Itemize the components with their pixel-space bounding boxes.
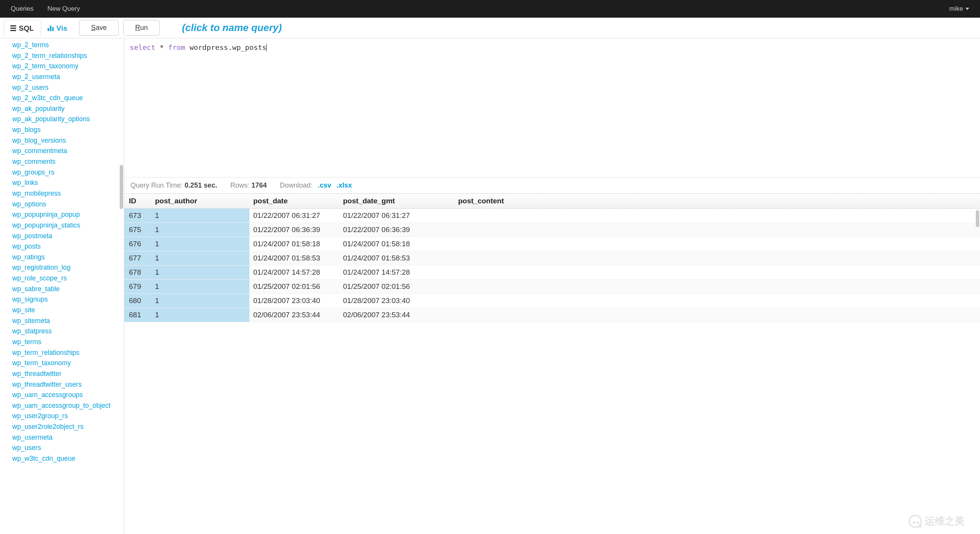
table-link[interactable]: wp_popupninja_popup: [12, 209, 124, 220]
table-link[interactable]: wp_users: [12, 443, 124, 453]
cell-date[interactable]: 01/25/2007 02:01:56: [249, 280, 339, 294]
cell-id[interactable]: 680: [124, 294, 151, 308]
table-link[interactable]: wp_term_relationships: [12, 348, 124, 358]
table-row[interactable]: 679101/25/2007 02:01:5601/25/2007 02:01:…: [124, 280, 980, 294]
table-link[interactable]: wp_ak_popularity: [12, 104, 124, 114]
user-menu[interactable]: mike: [949, 5, 969, 13]
sql-editor[interactable]: select * from wordpress.wp_posts: [124, 38, 980, 177]
cell-content[interactable]: [454, 280, 980, 294]
table-link[interactable]: wp_signups: [12, 294, 124, 305]
download-csv-link[interactable]: .csv: [318, 181, 331, 190]
cell-content[interactable]: [454, 294, 980, 308]
table-link[interactable]: wp_posts: [12, 241, 124, 252]
cell-date[interactable]: 01/28/2007 23:03:40: [249, 294, 339, 308]
table-link[interactable]: wp_2_usermeta: [12, 72, 124, 82]
table-link[interactable]: wp_2_term_relationships: [12, 51, 124, 61]
download-xlsx-link[interactable]: .xlsx: [337, 181, 352, 190]
cell-date-gmt[interactable]: 01/22/2007 06:36:39: [339, 223, 454, 237]
table-row[interactable]: 675101/22/2007 06:36:3901/22/2007 06:36:…: [124, 223, 980, 237]
cell-date-gmt[interactable]: 01/22/2007 06:31:27: [339, 209, 454, 223]
cell-date-gmt[interactable]: 01/28/2007 23:03:40: [339, 294, 454, 308]
cell-content[interactable]: [454, 251, 980, 265]
col-id[interactable]: ID: [124, 194, 151, 209]
table-link[interactable]: wp_groups_rs: [12, 167, 124, 178]
table-link[interactable]: wp_postmeta: [12, 231, 124, 242]
table-link[interactable]: wp_2_terms: [12, 40, 124, 51]
table-row[interactable]: 676101/24/2007 01:58:1801/24/2007 01:58:…: [124, 237, 980, 251]
table-link[interactable]: wp_ratings: [12, 252, 124, 263]
table-link[interactable]: wp_role_scope_rs: [12, 273, 124, 284]
cell-content[interactable]: [454, 308, 980, 322]
nav-link-new-query[interactable]: New Query: [48, 5, 80, 13]
cell-id[interactable]: 681: [124, 308, 151, 322]
cell-author[interactable]: 1: [151, 265, 249, 280]
table-link[interactable]: wp_registration_log: [12, 262, 124, 273]
cell-content[interactable]: [454, 209, 980, 223]
cell-author[interactable]: 1: [151, 308, 249, 322]
cell-id[interactable]: 673: [124, 209, 151, 223]
tab-vis[interactable]: Vis: [41, 20, 74, 37]
table-link[interactable]: wp_threadtwitter_users: [12, 379, 124, 390]
table-link[interactable]: wp_usermeta: [12, 432, 124, 443]
run-button[interactable]: Run: [123, 20, 160, 36]
table-link[interactable]: wp_blog_versions: [12, 135, 124, 146]
table-link[interactable]: wp_site: [12, 305, 124, 316]
nav-link-queries[interactable]: Queries: [11, 5, 34, 13]
table-link[interactable]: wp_links: [12, 178, 124, 188]
table-link[interactable]: wp_sitemeta: [12, 316, 124, 326]
table-link[interactable]: wp_threadtwitter: [12, 369, 124, 379]
cell-author[interactable]: 1: [151, 280, 249, 294]
table-link[interactable]: wp_comments: [12, 157, 124, 167]
cell-date-gmt[interactable]: 01/24/2007 14:57:28: [339, 265, 454, 280]
table-row[interactable]: 681102/06/2007 23:53:4402/06/2007 23:53:…: [124, 308, 980, 322]
col-post-date-gmt[interactable]: post_date_gmt: [339, 194, 454, 209]
cell-date[interactable]: 01/24/2007 14:57:28: [249, 265, 339, 280]
cell-content[interactable]: [454, 265, 980, 280]
table-link[interactable]: wp_user2group_rs: [12, 411, 124, 422]
cell-date-gmt[interactable]: 01/24/2007 01:58:18: [339, 237, 454, 251]
table-link[interactable]: wp_2_users: [12, 82, 124, 93]
table-link[interactable]: wp_mobilepress: [12, 188, 124, 199]
tables-sidebar[interactable]: wp_2_termswp_2_term_relationshipswp_2_te…: [0, 38, 124, 534]
table-link[interactable]: wp_statpress: [12, 326, 124, 337]
table-link[interactable]: wp_w3tc_cdn_queue: [12, 453, 124, 464]
table-row[interactable]: 678101/24/2007 14:57:2801/24/2007 14:57:…: [124, 265, 980, 280]
cell-author[interactable]: 1: [151, 294, 249, 308]
cell-author[interactable]: 1: [151, 251, 249, 265]
table-link[interactable]: wp_ak_popularity_options: [12, 114, 124, 125]
cell-id[interactable]: 678: [124, 265, 151, 280]
cell-date[interactable]: 02/06/2007 23:53:44: [249, 308, 339, 322]
results-panel[interactable]: ID post_author post_date post_date_gmt p…: [124, 193, 980, 534]
table-row[interactable]: 680101/28/2007 23:03:4001/28/2007 23:03:…: [124, 294, 980, 308]
table-link[interactable]: wp_blogs: [12, 125, 124, 135]
table-link[interactable]: wp_uam_accessgroups: [12, 390, 124, 400]
cell-date-gmt[interactable]: 01/24/2007 01:58:53: [339, 251, 454, 265]
table-link[interactable]: wp_popupninja_statics: [12, 220, 124, 231]
table-link[interactable]: wp_sabre_table: [12, 284, 124, 295]
table-link[interactable]: wp_term_taxonomy: [12, 358, 124, 369]
cell-date[interactable]: 01/22/2007 06:31:27: [249, 209, 339, 223]
save-button[interactable]: Save: [79, 20, 119, 36]
cell-date[interactable]: 01/24/2007 01:58:18: [249, 237, 339, 251]
sidebar-scrollbar-thumb[interactable]: [120, 165, 123, 209]
cell-id[interactable]: 677: [124, 251, 151, 265]
table-link[interactable]: wp_commentmeta: [12, 146, 124, 157]
cell-id[interactable]: 676: [124, 237, 151, 251]
table-link[interactable]: wp_options: [12, 199, 124, 210]
col-post-content[interactable]: post_content: [454, 194, 980, 209]
cell-author[interactable]: 1: [151, 209, 249, 223]
cell-content[interactable]: [454, 237, 980, 251]
cell-author[interactable]: 1: [151, 237, 249, 251]
table-link[interactable]: wp_terms: [12, 337, 124, 348]
cell-date[interactable]: 01/24/2007 01:58:53: [249, 251, 339, 265]
table-link[interactable]: wp_2_term_taxonomy: [12, 61, 124, 72]
col-post-author[interactable]: post_author: [151, 194, 249, 209]
table-link[interactable]: wp_uam_accessgroup_to_object: [12, 400, 124, 411]
col-post-date[interactable]: post_date: [249, 194, 339, 209]
cell-date-gmt[interactable]: 01/25/2007 02:01:56: [339, 280, 454, 294]
table-link[interactable]: wp_2_w3tc_cdn_queue: [12, 93, 124, 104]
table-row[interactable]: 673101/22/2007 06:31:2701/22/2007 06:31:…: [124, 209, 980, 223]
tab-sql[interactable]: SQL: [4, 20, 41, 37]
cell-date[interactable]: 01/22/2007 06:36:39: [249, 223, 339, 237]
table-row[interactable]: 677101/24/2007 01:58:5301/24/2007 01:58:…: [124, 251, 980, 265]
